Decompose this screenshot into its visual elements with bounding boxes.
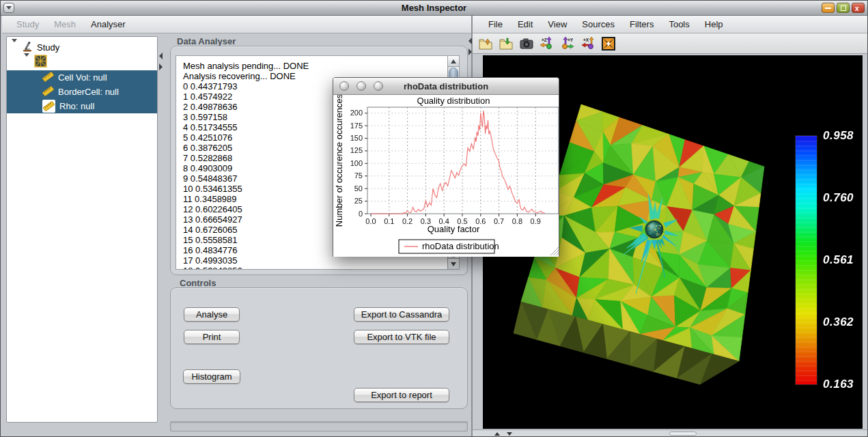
close-button[interactable]: x xyxy=(852,3,865,13)
microscope-icon xyxy=(22,41,33,54)
print-button[interactable]: Print xyxy=(184,330,240,344)
svg-text:75: 75 xyxy=(354,171,363,180)
collapse-left-icon[interactable] xyxy=(468,38,472,44)
arrow-up-icon xyxy=(451,59,456,64)
maximize-icon xyxy=(841,5,846,11)
svg-text:0.2: 0.2 xyxy=(402,217,412,225)
disclosure-triangle-icon[interactable] xyxy=(12,42,17,53)
camera-icon[interactable] xyxy=(519,36,534,51)
rhodata-distribution-window[interactable]: rhoData distribution 0255075100125150175… xyxy=(333,77,559,257)
colorbar-tick-label: 0.561 xyxy=(823,253,854,267)
export-to-report-button[interactable]: Export to report xyxy=(354,388,449,402)
viewer-menubar: FileEditViewSourcesFiltersToolsHelp xyxy=(473,16,867,33)
resize-grip-icon[interactable] xyxy=(550,247,559,255)
analyse-button[interactable]: Analyse xyxy=(184,307,240,322)
arrow-down-icon xyxy=(451,262,456,266)
collapse-left-icon[interactable] xyxy=(159,53,163,59)
status-strip xyxy=(170,421,468,432)
svg-text:200: 200 xyxy=(350,109,363,117)
disclosure-triangle-icon[interactable] xyxy=(24,57,29,67)
minimize-button[interactable] xyxy=(822,3,835,13)
svg-text:Number of occurence occurences: Number of occurence occurences xyxy=(334,95,344,227)
svg-text:0.0: 0.0 xyxy=(365,217,376,225)
quality-distribution-chart: 02550751001251501752000.00.10.20.30.40.5… xyxy=(333,95,559,257)
svg-text:0.1: 0.1 xyxy=(384,217,394,225)
tree-node-bordercell[interactable]: BorderCell: null xyxy=(7,85,157,99)
log-line: Mesh analysis pending... DONE xyxy=(183,61,443,71)
svg-text:Quality distribution: Quality distribution xyxy=(417,96,490,106)
ruler-icon xyxy=(42,100,55,113)
controls-groupbox: AnalysePrintHistogramExport to Cassandra… xyxy=(170,287,468,409)
close-icon: x xyxy=(855,5,859,12)
minimize-icon xyxy=(825,8,831,9)
scroll-up-button[interactable] xyxy=(448,56,459,67)
menu-item-tools[interactable]: Tools xyxy=(661,19,697,29)
svg-text:175: 175 xyxy=(350,122,363,130)
axis-z-icon[interactable]: +Z xyxy=(540,36,555,51)
menu-item-help[interactable]: Help xyxy=(697,19,731,29)
svg-text:150: 150 xyxy=(350,134,363,142)
window-title: Mesh Inspector xyxy=(1,3,867,13)
main-splitter-arrows[interactable] xyxy=(468,38,473,55)
tree-node-label: Study xyxy=(37,42,59,53)
menu-item-file[interactable]: File xyxy=(481,19,510,29)
scroll-down-button[interactable] xyxy=(448,258,459,269)
menu-item-edit[interactable]: Edit xyxy=(510,19,540,29)
study-tree-panel[interactable]: StudyCell Vol: nullBorderCell: nullRho: … xyxy=(6,36,158,423)
mesh-node-icon xyxy=(34,55,47,70)
tree-node-mesh[interactable] xyxy=(7,55,157,69)
splitter-handle[interactable] xyxy=(669,432,697,436)
ruler-icon xyxy=(42,85,54,99)
open-folder-icon[interactable] xyxy=(478,36,493,51)
colorbar-tick-label: 0.362 xyxy=(823,315,854,329)
plot-chart-area: 02550751001251501752000.00.10.20.30.40.5… xyxy=(333,95,559,257)
log-line: 18 0.59843856 xyxy=(183,266,443,270)
menu-item-sources[interactable]: Sources xyxy=(574,19,622,29)
svg-text:rhoData distribution: rhoData distribution xyxy=(422,241,499,251)
left-menubar: StudyMeshAnalyser xyxy=(2,16,471,33)
tree-node-cell-vol[interactable]: Cell Vol: null xyxy=(7,70,157,85)
menu-item-mesh[interactable]: Mesh xyxy=(46,19,83,29)
axis-x-icon[interactable]: +X xyxy=(580,36,596,51)
svg-text:+Y: +Y xyxy=(568,38,574,42)
arrow-down-icon[interactable] xyxy=(507,432,512,436)
log-line: 17 0.4993035 xyxy=(183,255,443,266)
menu-item-study[interactable]: Study xyxy=(9,19,46,29)
svg-text:100: 100 xyxy=(350,159,363,167)
import-folder-icon[interactable] xyxy=(499,36,514,51)
expand-right-icon[interactable] xyxy=(159,64,163,70)
svg-text:50: 50 xyxy=(354,184,363,193)
menu-item-analyser[interactable]: Analyser xyxy=(83,19,133,29)
svg-text:0: 0 xyxy=(359,210,363,218)
colorbar-banding xyxy=(796,136,817,384)
window-titlebar[interactable]: Mesh Inspector x xyxy=(1,1,867,16)
colorbar-tick-label: 0.958 xyxy=(823,129,854,143)
menu-item-view[interactable]: View xyxy=(540,19,574,29)
export-to-cassandra-button[interactable]: Export to Cassandra xyxy=(354,307,449,322)
maximize-button[interactable] xyxy=(837,3,850,13)
axis-y-icon[interactable]: +Y xyxy=(560,36,575,51)
plot-window-titlebar[interactable]: rhoData distribution xyxy=(333,78,559,95)
colorbar-tick-label: 0.163 xyxy=(823,378,854,391)
svg-text:0.8: 0.8 xyxy=(512,217,522,225)
tree-splitter[interactable] xyxy=(158,53,163,70)
histogram-button[interactable]: Histogram xyxy=(183,369,240,384)
viewer-toolbar: +Z+Y+X xyxy=(473,33,867,54)
menu-item-filters[interactable]: Filters xyxy=(622,19,661,29)
svg-text:0.7: 0.7 xyxy=(494,217,504,225)
svg-text:+X: +X xyxy=(583,38,589,42)
viewport-bottom-splitter[interactable] xyxy=(473,429,867,437)
expand-right-icon[interactable] xyxy=(468,48,472,55)
tree-node-rho[interactable]: Rho: null xyxy=(7,99,157,113)
svg-text:0.9: 0.9 xyxy=(531,217,541,225)
tree-node-study[interactable]: Study xyxy=(7,40,157,55)
ruler-icon xyxy=(42,71,54,85)
plot-window-title: rhoData distribution xyxy=(333,81,559,91)
tree-node-label: BorderCell: null xyxy=(58,87,119,97)
mesh-inspector-window: Mesh Inspector x StudyMeshAnalyser Study… xyxy=(0,0,868,437)
svg-text:+Z: +Z xyxy=(542,38,547,42)
export-to-vtk-file-button[interactable]: Export to VTK file xyxy=(354,330,449,344)
reset-view-icon[interactable] xyxy=(601,36,616,51)
tree-node-label: Rho: null xyxy=(59,101,94,111)
arrow-up-icon[interactable] xyxy=(494,432,500,436)
